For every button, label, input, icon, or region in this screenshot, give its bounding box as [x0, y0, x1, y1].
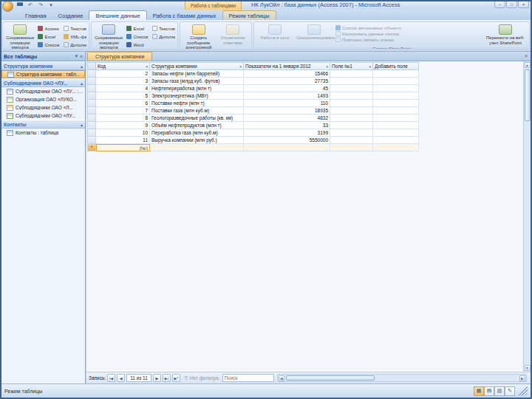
maximize-button[interactable]: □ [506, 1, 517, 8]
tab-datasheet[interactable]: Режим таблицы [222, 10, 276, 20]
tab-external-data[interactable]: Внешние данные [89, 10, 146, 20]
cell[interactable]: 4 [96, 85, 150, 92]
nav-group-header[interactable]: Контакты▴ [1, 120, 85, 129]
chevron-down-icon[interactable]: ▾ [75, 53, 78, 59]
offline-objects-button[interactable]: Список автономных объектов [335, 25, 401, 30]
export-text-button[interactable]: Текстовый файл [151, 24, 175, 33]
previous-record-button[interactable]: ◀ [117, 374, 125, 382]
cell[interactable]: Электроэнергетика (МВт) [150, 92, 244, 100]
export-word-button[interactable]: Word [126, 41, 149, 49]
nav-item[interactable]: Субподрядчики ОАО «ЛУ... [1, 112, 85, 120]
cell[interactable]: 6 [96, 100, 150, 107]
horizontal-scrollbar[interactable]: ◀ ▶ [277, 374, 527, 382]
cache-list-data-button[interactable]: Кэшировать данные списка [335, 31, 401, 36]
row-selector[interactable] [87, 137, 96, 144]
row-selector[interactable] [87, 100, 96, 107]
column-header[interactable]: Поле №1▾ [330, 62, 373, 70]
save-button[interactable] [16, 1, 24, 9]
cell[interactable]: 5550000 [244, 137, 330, 144]
cell[interactable] [330, 129, 373, 137]
cell[interactable]: 7 [96, 107, 150, 115]
cell[interactable] [330, 122, 373, 129]
cell[interactable]: Геологоразведочные работы (кв. км) [150, 115, 244, 122]
cell[interactable] [244, 144, 330, 151]
undo-button[interactable]: ↶ [26, 1, 35, 9]
import-more-button[interactable]: Дополнительно ▾ [63, 41, 86, 49]
shutter-bar-icon[interactable]: « [80, 54, 83, 59]
cell[interactable] [330, 115, 373, 122]
cell[interactable] [373, 100, 419, 107]
tab-database-tools[interactable]: Работа с базами данных [147, 11, 222, 20]
cell[interactable] [330, 92, 373, 100]
minimize-button[interactable]: – [494, 1, 505, 8]
cell[interactable] [373, 115, 419, 122]
nav-item[interactable]: Организация ОАО «ЛУКО... [1, 95, 85, 103]
next-record-button[interactable]: ▶ [153, 374, 161, 382]
relink-lists-button[interactable]: Повторно связать списки [335, 37, 401, 42]
cell[interactable]: 27735 [244, 78, 330, 85]
tab-create[interactable]: Создание [52, 11, 89, 20]
cell[interactable]: 33 [244, 122, 330, 129]
nav-item[interactable]: Структура компании : табл... [1, 70, 85, 78]
cell[interactable]: Поставки нефти (млн т) [150, 100, 244, 107]
import-sharepoint-button[interactable]: Список SharePoint [37, 41, 61, 49]
cell[interactable]: 11 [96, 137, 150, 144]
nav-group-header[interactable]: Субподрядчики ОАО «ЛУ...▴ [1, 78, 85, 87]
row-selector[interactable] [87, 107, 96, 115]
scroll-up-icon[interactable]: ▲ [525, 62, 531, 68]
filter-status[interactable]: Нет фильтра [184, 375, 219, 381]
cell[interactable]: Поставки газа (млн куб.м) [150, 107, 244, 115]
cell[interactable]: 3 [96, 78, 150, 85]
cell[interactable] [373, 129, 419, 137]
close-button[interactable]: × [518, 1, 529, 8]
scroll-right-icon[interactable]: ▶ [519, 375, 525, 381]
cell[interactable]: 10 [96, 129, 150, 137]
row-selector[interactable] [87, 129, 96, 137]
cell[interactable]: 18935 [244, 107, 330, 115]
row-selector[interactable] [87, 70, 96, 78]
tab-home[interactable]: Главная [19, 11, 52, 20]
move-to-sharepoint-button[interactable]: Перенести на веб-узел SharePoint [484, 24, 527, 46]
office-button[interactable] [2, 1, 13, 12]
manage-replies-button[interactable]: Управление ответами [217, 24, 250, 46]
document-tab-structure[interactable]: Структура компании [87, 52, 152, 61]
cell[interactable] [330, 107, 373, 115]
cell[interactable]: 9 [96, 122, 150, 129]
cell[interactable]: Объём нефтепродуктов (млн т) [150, 122, 244, 129]
cell[interactable]: 1493 [244, 92, 330, 100]
saved-imports-button[interactable]: Сохраненные операции импорта [5, 24, 35, 51]
cell[interactable]: Выручка компании (млн руб.) [150, 137, 244, 144]
nav-group-header[interactable]: Структура компании▴ [1, 61, 85, 70]
import-xml-button[interactable]: XML-файл [63, 33, 86, 41]
vertical-scrollbar[interactable]: ▲ ▼ [523, 61, 531, 372]
import-excel-button[interactable]: Excel [37, 33, 61, 41]
new-record-selector[interactable]: * [87, 144, 96, 151]
import-text-button[interactable]: Текстовый файл [63, 24, 86, 33]
pivotchart-view-button[interactable]: ▧ [494, 386, 505, 396]
resize-grip[interactable] [518, 386, 528, 396]
record-position[interactable]: 11 из 11 [126, 374, 151, 382]
grid-corner-cell[interactable] [87, 62, 96, 70]
scroll-left-icon[interactable]: ◀ [279, 375, 284, 381]
cell[interactable]: 15466 [244, 70, 330, 78]
saved-exports-button[interactable]: Сохраненные операции экспорта [94, 24, 123, 51]
column-header[interactable]: Структура компании▾ [150, 62, 244, 70]
cell[interactable]: 8 [96, 115, 150, 122]
design-view-button[interactable]: ✎ [505, 386, 515, 396]
nav-item[interactable]: Субподрядчики ОАО «Л... [1, 103, 85, 112]
cell[interactable]: Переработка газа (млн куб.м) [150, 129, 244, 137]
vertical-scroll-thumb[interactable] [525, 69, 531, 121]
row-selector[interactable] [87, 92, 96, 100]
export-excel-button[interactable]: Excel [126, 24, 149, 33]
pivottable-view-button[interactable]: ▤ [484, 386, 494, 396]
synchronize-button[interactable]: Синхронизировать [296, 24, 332, 41]
cell[interactable] [373, 70, 419, 78]
nav-item[interactable]: Субподрядчики ОАО «ЛУ... : т... [1, 87, 85, 95]
cell[interactable]: 110 [244, 100, 330, 107]
row-selector[interactable] [87, 85, 96, 92]
cell[interactable] [150, 144, 244, 151]
close-object-icon[interactable]: × [525, 53, 528, 58]
cell[interactable]: Запасы нефти (млн баррелей) [150, 70, 244, 78]
last-record-button[interactable]: ▶| [163, 374, 171, 382]
row-selector[interactable] [87, 122, 96, 129]
